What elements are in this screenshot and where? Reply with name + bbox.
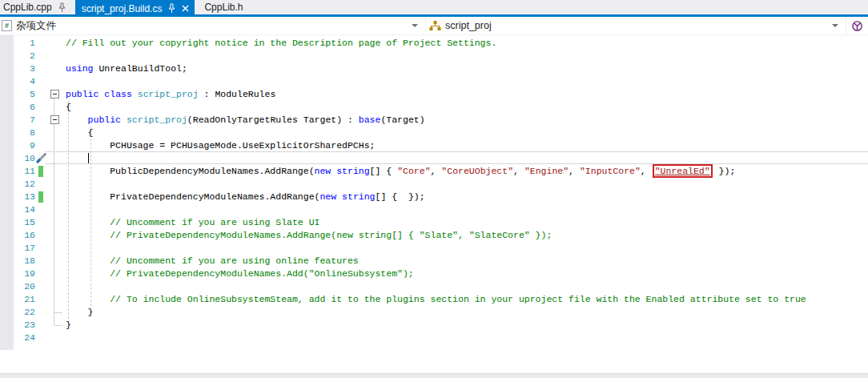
token: string bbox=[336, 166, 369, 176]
token: } bbox=[66, 320, 71, 330]
code-line: 13 PrivateDependencyModuleNames.AddRange… bbox=[0, 191, 868, 203]
tab-cpplib-h[interactable]: CppLib.h bbox=[196, 0, 252, 14]
fold-margin bbox=[45, 293, 66, 306]
document-tab-bar: CppLib.cpp script_proj.Build.cs CppLib.h bbox=[0, 0, 868, 17]
change-tracking-margin bbox=[37, 255, 45, 267]
token: public bbox=[66, 89, 98, 99]
code-text: using UnrealBuildTool; bbox=[66, 62, 187, 75]
line-number: 2 bbox=[0, 50, 37, 62]
code-text: // To include OnlineSubsystemSteam, add … bbox=[66, 293, 806, 306]
change-tracking-margin bbox=[37, 332, 45, 344]
scope-dropdown[interactable]: # 杂项文件 bbox=[0, 17, 426, 34]
bottom-strip bbox=[0, 373, 868, 378]
token: , bbox=[513, 166, 524, 176]
code-line: 7 public script_proj(ReadOnlyTargetRules… bbox=[0, 114, 868, 127]
token: (ReadOnlyTargetRules Target) : bbox=[187, 115, 359, 125]
code-text: // Uncomment if you are using Slate UI bbox=[66, 216, 319, 229]
fold-margin bbox=[45, 280, 66, 293]
type-dropdown[interactable]: script_proj bbox=[426, 17, 846, 34]
token: base bbox=[359, 115, 381, 125]
code-text: // PrivateDependencyModuleNames.AddRange… bbox=[66, 229, 552, 242]
line-number: 22 bbox=[0, 306, 37, 319]
code-editor[interactable]: 1// Fill out your copyright notice in th… bbox=[0, 35, 868, 373]
token: script_proj bbox=[138, 89, 199, 99]
fold-margin bbox=[45, 75, 66, 88]
code-line: 3using UnrealBuildTool; bbox=[0, 62, 868, 75]
pin-icon[interactable] bbox=[167, 3, 176, 14]
change-tracking-margin bbox=[37, 88, 45, 101]
token: , bbox=[641, 166, 652, 176]
csharp-file-icon: # bbox=[2, 20, 12, 31]
change-tracking-margin bbox=[37, 242, 45, 255]
tab-label: CppLib.cpp bbox=[3, 2, 52, 13]
token: "Engine" bbox=[524, 166, 569, 176]
navbar-right-button[interactable] bbox=[846, 17, 868, 34]
change-tracking-margin bbox=[37, 229, 45, 242]
change-tracking-margin bbox=[37, 114, 45, 127]
line-number: 16 bbox=[0, 229, 37, 242]
line-number: 13 bbox=[0, 191, 37, 203]
fold-collapse-button[interactable] bbox=[50, 115, 59, 124]
close-icon[interactable] bbox=[182, 5, 189, 12]
code-line: 20 bbox=[0, 280, 868, 293]
code-text: // Uncomment if you are using online fea… bbox=[66, 255, 359, 267]
line-number: 11 bbox=[0, 165, 37, 178]
token: "Core" bbox=[397, 166, 430, 176]
code-line: 10 bbox=[0, 152, 868, 165]
token bbox=[132, 89, 138, 99]
token: "InputCore" bbox=[580, 166, 641, 176]
fold-margin bbox=[45, 242, 66, 255]
token: script_proj bbox=[127, 115, 187, 125]
fold-margin bbox=[45, 203, 66, 216]
code-line: 12 bbox=[0, 178, 868, 191]
code-text: } bbox=[66, 306, 94, 319]
line-number: 3 bbox=[0, 62, 37, 75]
tab-label: script_proj.Build.cs bbox=[82, 3, 163, 14]
code-line: 11 PublicDependencyModuleNames.AddRange(… bbox=[0, 165, 868, 178]
token: // Uncomment if you are using Slate UI bbox=[66, 217, 319, 227]
token: // To include OnlineSubsystemSteam, add … bbox=[66, 294, 806, 304]
change-tracking-margin bbox=[37, 191, 45, 203]
token: class bbox=[104, 89, 132, 99]
token: PrivateDependencyModuleNames.AddRange( bbox=[66, 191, 319, 202]
code-line: 1// Fill out your copyright notice in th… bbox=[0, 37, 868, 50]
code-line: 9 PCHUsage = PCHUsageMode.UseExplicitOrS… bbox=[0, 139, 868, 152]
change-tracking-margin bbox=[37, 203, 45, 216]
line-number: 9 bbox=[0, 139, 37, 152]
tab-script-proj-build-cs[interactable]: script_proj.Build.cs bbox=[75, 0, 195, 17]
fold-margin bbox=[45, 88, 66, 101]
fold-margin bbox=[45, 178, 66, 191]
fold-collapse-button[interactable] bbox=[50, 90, 59, 99]
token: using bbox=[66, 63, 94, 74]
code-text: } bbox=[66, 319, 71, 332]
line-number: 7 bbox=[0, 114, 37, 127]
change-tracking-margin bbox=[37, 280, 45, 293]
fold-margin bbox=[45, 229, 66, 242]
code-line: 18 // Uncomment if you are using online … bbox=[0, 255, 868, 267]
line-number: 4 bbox=[0, 75, 37, 88]
token: new bbox=[319, 191, 336, 202]
fold-margin bbox=[45, 216, 66, 229]
change-tracking-margin bbox=[37, 62, 45, 75]
code-line: 23} bbox=[0, 319, 868, 332]
type-dropdown-label: script_proj bbox=[445, 20, 492, 31]
code-line: 22 } bbox=[0, 306, 868, 319]
fold-margin bbox=[45, 255, 66, 267]
pencil-icon bbox=[34, 151, 48, 168]
tab-cpplib-cpp[interactable]: CppLib.cpp bbox=[0, 0, 74, 14]
token: public bbox=[88, 115, 121, 125]
change-tracking-margin bbox=[37, 37, 45, 50]
pin-icon[interactable] bbox=[58, 2, 66, 13]
code-line: 15 // Uncomment if you are using Slate U… bbox=[0, 216, 868, 229]
code-text: PrivateDependencyModuleNames.AddRange(ne… bbox=[66, 191, 425, 203]
line-number: 19 bbox=[0, 267, 37, 280]
code-line: 21 // To include OnlineSubsystemSteam, a… bbox=[0, 293, 868, 306]
line-number: 10 bbox=[0, 152, 37, 165]
fold-margin bbox=[45, 191, 66, 203]
code-line: 16 // PrivateDependencyModuleNames.AddRa… bbox=[0, 229, 868, 242]
code-line: 4 bbox=[0, 75, 868, 88]
fold-margin bbox=[45, 267, 66, 280]
navigation-bar: # 杂项文件 script_proj bbox=[0, 17, 868, 35]
change-tracking-margin bbox=[37, 293, 45, 306]
token: (Target) bbox=[380, 115, 424, 125]
